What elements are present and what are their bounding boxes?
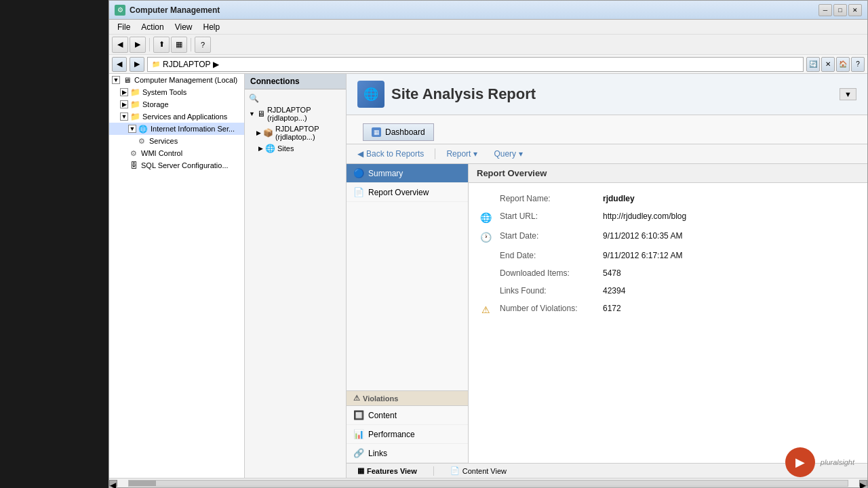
storage-icon: 📁 (130, 100, 140, 109)
address-icon: 📁 (152, 60, 160, 68)
up-button[interactable]: ⬆ (153, 37, 170, 53)
query-button[interactable]: Query ▾ (488, 147, 528, 161)
services-apps-icon: 📁 (130, 112, 140, 121)
title-bar: ⚙ Computer Management ─ □ ✕ (109, 1, 867, 20)
iis-content: 🔵 Summary 📄 Report Overview ⚠ Viola (347, 164, 867, 463)
detail-content: Report Name: rjdudley 🌐 Start URL: http:… (469, 183, 867, 334)
show-hide-button[interactable]: ▦ (171, 37, 187, 53)
violations-section-header: ⚠ Violations (347, 390, 468, 406)
conn-tree-sites[interactable]: ▶ 🌐 Sites (246, 142, 344, 155)
start-date-label: Start Date: (500, 231, 595, 241)
help-addr-button[interactable]: ? (851, 57, 865, 72)
tree-item-services[interactable]: ⚙ Services (109, 135, 244, 147)
dashboard-button[interactable]: ▦ Dashboard (363, 123, 434, 141)
back-button[interactable]: ◀ (112, 37, 128, 53)
tree-item-computer-management[interactable]: ▼ 🖥 Computer Management (Local) (109, 74, 244, 86)
status-sep (433, 466, 434, 476)
address-path: RJDLAPTOP (163, 60, 210, 69)
features-view-icon: ▦ (357, 466, 364, 475)
maximize-button[interactable]: □ (833, 4, 847, 16)
list-item-content[interactable]: 🔲 Content (347, 406, 468, 425)
rjdlaptop-icon: 🖥 (257, 109, 265, 119)
toolbar-separator-2 (191, 38, 191, 52)
iis-panel: 🌐 Site Analysis Report ▼ ▦ Dashboard (347, 74, 867, 478)
expand-services-apps[interactable]: ▼ (120, 113, 128, 121)
scroll-right-arrow[interactable]: ▶ (859, 480, 867, 487)
expand-system-tools[interactable]: ▶ (120, 88, 128, 96)
address-field[interactable]: 📁 RJDLAPTOP ▶ (147, 57, 804, 72)
address-forward-button[interactable]: ▶ (130, 57, 144, 72)
search-icon-conn: 🔍 (249, 94, 259, 103)
home-button[interactable]: 🏠 (836, 57, 850, 72)
bottom-scrollbar[interactable]: ◀ ▶ (109, 478, 867, 487)
performance-icon: 📊 (353, 429, 364, 439)
conn-tree-rjdlaptop[interactable]: ▼ 🖥 RJDLAPTOP (rjdlaptop...) (246, 104, 344, 123)
iis-header-right: ▼ (840, 88, 856, 100)
list-item-summary[interactable]: 🔵 Summary (347, 164, 468, 183)
back-to-reports-button[interactable]: ◀ Back to Reports (352, 147, 429, 161)
sidebar: ▼ 🖥 Computer Management (Local) ▶ 📁 Syst… (109, 74, 245, 478)
list-item-report-overview[interactable]: 📄 Report Overview (347, 183, 468, 202)
menu-file[interactable]: File (112, 21, 136, 33)
help-button[interactable]: ? (195, 37, 211, 53)
toolbar-separator-1 (149, 38, 150, 52)
address-arrow: ▶ (213, 60, 219, 69)
iis-header: 🌐 Site Analysis Report ▼ (347, 74, 867, 115)
address-back-button[interactable]: ◀ (112, 57, 127, 72)
features-view-button[interactable]: ▦ Features View (352, 465, 422, 476)
tree-item-wmi[interactable]: ⚙ WMI Control (109, 147, 244, 159)
summary-label: Summary (368, 169, 403, 178)
menu-view[interactable]: View (170, 21, 198, 33)
list-item-performance[interactable]: 📊 Performance (347, 425, 468, 444)
start-url-label: Start URL: (500, 211, 595, 221)
report-dropdown-icon: ▾ (473, 149, 477, 159)
menu-help[interactable]: Help (198, 21, 226, 33)
toolbar: ◀ ▶ ⬆ ▦ ? (109, 35, 867, 55)
violations-section-label: Violations (363, 394, 398, 403)
tree-item-sql[interactable]: 🗄 SQL Server Configuratio... (109, 159, 244, 171)
violations-icon: ⚠ (479, 304, 492, 315)
violations-section-icon: ⚠ (353, 394, 360, 403)
conn-tree-apppools[interactable]: ▶ 📦 RJDLAPTOP (rjdlaptop...) (246, 123, 344, 142)
content-view-button[interactable]: 📄 Content View (445, 465, 512, 476)
address-right-buttons: 🔄 ✕ 🏠 ? (806, 57, 865, 72)
tree-item-storage[interactable]: ▶ 📁 Storage (109, 98, 244, 110)
start-date-icon: 🕐 (479, 232, 492, 243)
stop-button[interactable]: ✕ (821, 57, 835, 72)
tree-item-system-tools[interactable]: ▶ 📁 System Tools (109, 86, 244, 98)
list-item-links[interactable]: 🔗 Links (347, 444, 468, 463)
scroll-left-arrow[interactable]: ◀ (109, 480, 117, 487)
report-overview-icon: 📄 (353, 187, 364, 197)
expand-iis[interactable]: ▼ (128, 125, 136, 133)
main-window: ⚙ Computer Management ─ □ ✕ File Action … (108, 0, 868, 488)
expand-computer-management[interactable]: ▼ (112, 76, 120, 84)
expand-sites[interactable]: ▶ (258, 145, 263, 152)
report-overview-label: Report Overview (368, 188, 429, 197)
minimize-button[interactable]: ─ (818, 4, 832, 16)
report-button[interactable]: Report ▾ (441, 147, 483, 161)
forward-button[interactable]: ▶ (130, 37, 146, 53)
expand-storage[interactable]: ▶ (120, 100, 128, 108)
tree-item-iis[interactable]: ▼ 🌐 Internet Information Ser... (109, 123, 244, 135)
play-button[interactable]: ▶ (785, 447, 815, 477)
tree-item-services-apps[interactable]: ▼ 📁 Services and Applications (109, 110, 244, 123)
dashboard-area: ▦ Dashboard (347, 115, 867, 144)
expand-apppools[interactable]: ▶ (256, 129, 261, 136)
downloaded-label: Downloaded Items: (500, 268, 595, 278)
list-panel: 🔵 Summary 📄 Report Overview ⚠ Viola (347, 164, 469, 463)
links-found-label: Links Found: (500, 286, 595, 296)
dashboard-label: Dashboard (385, 127, 425, 137)
refresh-button[interactable]: 🔄 (806, 57, 820, 72)
dropdown-button[interactable]: ▼ (840, 88, 856, 100)
scroll-thumb[interactable] (129, 481, 156, 486)
violations-value: 6172 (603, 304, 621, 313)
end-date-value: 9/11/2012 6:17:12 AM (603, 251, 682, 260)
content-icon: 🔲 (353, 410, 364, 420)
scroll-track[interactable] (128, 480, 848, 487)
expand-rjdlaptop[interactable]: ▼ (249, 110, 255, 117)
sql-icon: 🗄 (128, 161, 139, 170)
close-button[interactable]: ✕ (848, 4, 862, 16)
menu-action[interactable]: Action (136, 21, 169, 33)
iis-logo: 🌐 (357, 81, 384, 108)
middle-right-area: Connections 🔍 ▼ 🖥 RJDLAPTOP (rjdlaptop..… (245, 74, 867, 478)
